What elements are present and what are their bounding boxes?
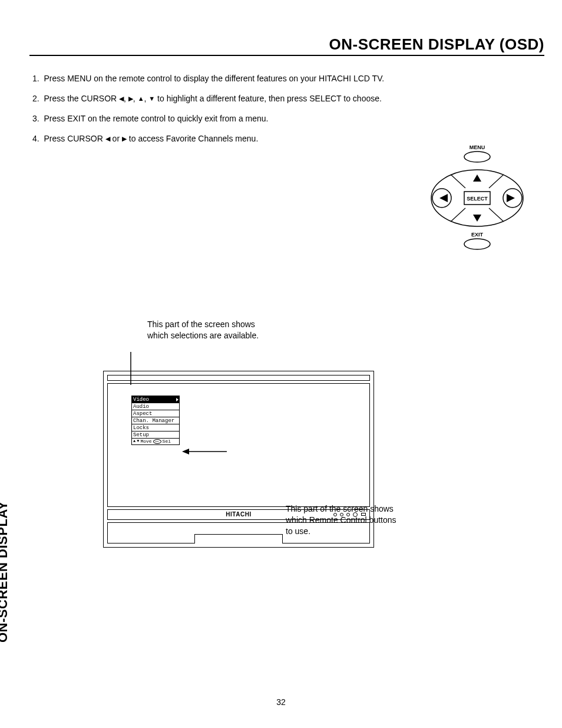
hint-sel-button-icon: SEL: [153, 439, 161, 444]
down-arrow-icon: ▼: [148, 95, 155, 102]
pointer-arrow-down-icon: [127, 352, 135, 385]
instruction-number: 1.: [32, 74, 39, 83]
instruction-text: Press MENU on the remote control to disp…: [44, 74, 384, 83]
up-arrow-icon: ▲: [138, 95, 144, 102]
remote-control-diagram: MENU SELECT EXIT: [418, 142, 536, 260]
instruction-3: 3. Press EXIT on the remote control to q…: [32, 114, 544, 123]
osd-hint-bar: ▲▼ Move SEL Sel: [131, 438, 180, 445]
menu-button-icon: [464, 151, 490, 162]
hint-move-label: Move: [140, 438, 151, 444]
right-arrow-icon: ▶: [128, 95, 133, 103]
exit-button-icon: [464, 239, 490, 249]
exit-label: EXIT: [471, 232, 484, 238]
instruction-2: 2. Press the CURSOR ◀, ▶, ▲, ▼ to highli…: [32, 94, 544, 103]
left-arrow-icon: [439, 194, 448, 202]
tv-diagram: This part of the screen shows which sele…: [85, 319, 462, 548]
hint-up-icon: ▲: [133, 439, 135, 443]
osd-menu: Video Audio Aspect Chan. Manager Locks S…: [131, 396, 361, 445]
instruction-1: 1. Press MENU on the remote control to d…: [32, 74, 544, 83]
annotation-top: This part of the screen shows which sele…: [147, 319, 462, 341]
instruction-text: Press CURSOR ◀ or ▶ to access Favorite C…: [44, 134, 258, 143]
select-label: SELECT: [467, 196, 488, 202]
menu-label: MENU: [470, 144, 485, 150]
instruction-number: 2.: [32, 94, 39, 103]
right-arrow-icon: [507, 194, 515, 202]
osd-menu-item-setup: Setup: [131, 431, 180, 439]
side-tab: ON-SCREEN DISPLAY: [0, 501, 11, 643]
tv-stand: [194, 534, 283, 543]
svg-marker-9: [182, 449, 189, 454]
right-arrow-icon: ▶: [122, 135, 127, 143]
annotation-right: This part of the screen shows which Remo…: [286, 503, 421, 537]
left-arrow-icon: ◀: [119, 95, 124, 103]
page-title: ON-SCREEN DISPLAY (OSD): [29, 35, 544, 56]
instruction-number: 3.: [32, 114, 39, 123]
tv-brand-logo: HITACHI: [226, 511, 251, 518]
page-number: 32: [276, 697, 286, 707]
svg-line-1: [489, 174, 504, 188]
left-arrow-icon: ◀: [105, 135, 110, 143]
down-arrow-icon: [473, 215, 481, 222]
svg-line-2: [451, 208, 465, 222]
up-arrow-icon: [473, 174, 481, 182]
instruction-text: Press EXIT on the remote control to quic…: [44, 114, 268, 123]
hint-sel-label: Sel: [163, 438, 171, 444]
instruction-number: 4.: [32, 134, 39, 143]
tv-screen: Video Audio Aspect Chan. Manager Locks S…: [107, 383, 370, 507]
svg-line-0: [451, 174, 465, 188]
tv-top-bar: [107, 375, 370, 381]
instructions-list: 1. Press MENU on the remote control to d…: [32, 74, 544, 143]
hint-down-icon: ▼: [137, 439, 139, 443]
pointer-arrow-left-icon: [181, 447, 228, 456]
instruction-text: Press the CURSOR ◀, ▶, ▲, ▼ to highlight…: [44, 94, 381, 103]
svg-line-3: [489, 208, 504, 222]
